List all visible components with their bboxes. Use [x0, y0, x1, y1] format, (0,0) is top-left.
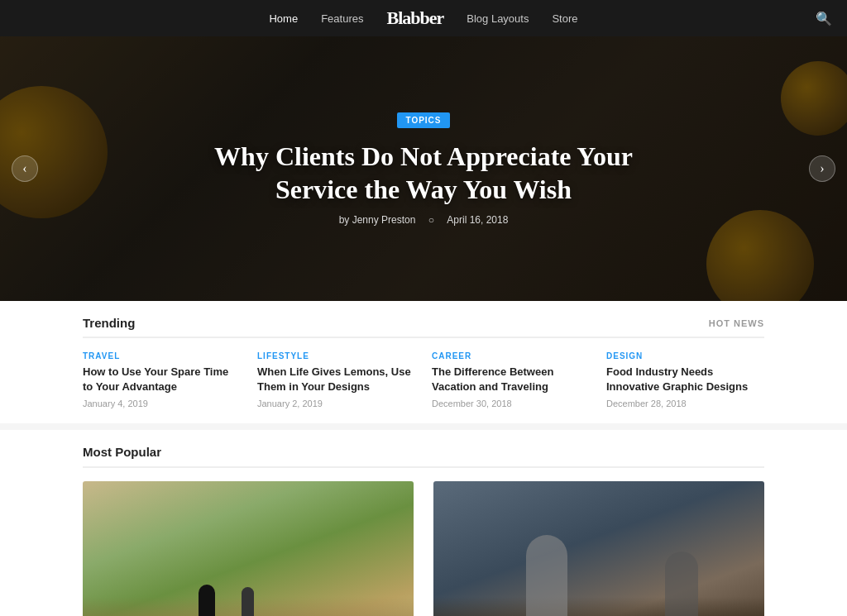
- list-item: CAREER The Difference Between Vacation a…: [432, 351, 590, 408]
- category-label: DESIGN: [606, 351, 764, 361]
- most-popular-section: Most Popular CAREER What Keeps Us Going:…: [0, 423, 847, 616]
- article-image-right[interactable]: LIFESTYLE: [433, 481, 764, 616]
- article-headline[interactable]: When Life Gives Lemons, Use Them in Your…: [257, 365, 415, 394]
- article-headline[interactable]: How to Use Your Spare Time to Your Advan…: [83, 365, 241, 394]
- article-image-left[interactable]: CAREER: [83, 481, 414, 616]
- hero-meta: by Jenny Preston ○ April 16, 2018: [334, 214, 514, 226]
- trending-grid: TRAVEL How to Use Your Spare Time to You…: [83, 351, 764, 408]
- most-popular-header: Most Popular: [83, 445, 764, 468]
- article-date: December 28, 2018: [606, 399, 764, 408]
- trending-title: Trending: [83, 316, 135, 330]
- nav-links: Home Features Blabber Blog Layouts Store: [269, 7, 577, 29]
- most-popular-grid: CAREER What Keeps Us Going: Find Your Wa…: [83, 481, 764, 616]
- hero-date: April 16, 2018: [447, 214, 508, 226]
- nav-features[interactable]: Features: [321, 12, 363, 25]
- nav-logo[interactable]: Blabber: [386, 7, 443, 29]
- category-label: LIFESTYLE: [257, 351, 415, 361]
- hot-news-label: HOT NEWS: [709, 318, 764, 328]
- list-item: CAREER What Keeps Us Going: Find Your Wa…: [83, 481, 414, 616]
- category-label: TRAVEL: [83, 351, 241, 361]
- nav-store[interactable]: Store: [552, 12, 577, 25]
- list-item: LIFESTYLE When Life Gives Lemons, Use Th…: [257, 351, 415, 408]
- hero-banner: TOPICS Why Clients Do Not Appreciate You…: [0, 36, 847, 301]
- hero-tag[interactable]: TOPICS: [397, 112, 449, 128]
- article-image-bg: [83, 481, 414, 616]
- list-item: TRAVEL How to Use Your Spare Time to You…: [83, 351, 241, 408]
- article-date: January 2, 2019: [257, 399, 415, 408]
- search-icon[interactable]: 🔍: [816, 11, 832, 26]
- article-headline[interactable]: Food Industry Needs Innovative Graphic D…: [606, 365, 764, 394]
- hero-prev-button[interactable]: ‹: [12, 155, 38, 182]
- nav-blog-layouts[interactable]: Blog Layouts: [467, 12, 529, 25]
- list-item: LIFESTYLE There Is No Way People Can Tak…: [433, 481, 764, 616]
- article-headline[interactable]: The Difference Between Vacation and Trav…: [432, 365, 590, 394]
- most-popular-title: Most Popular: [83, 445, 161, 459]
- hero-author: by Jenny Preston: [339, 214, 416, 226]
- article-date: January 4, 2019: [83, 399, 241, 408]
- hero-title[interactable]: Why Clients Do Not Appreciate Your Servi…: [184, 140, 663, 206]
- nav-home[interactable]: Home: [269, 12, 298, 25]
- article-date: December 30, 2018: [432, 399, 590, 408]
- navbar: Home Features Blabber Blog Layouts Store…: [0, 0, 847, 36]
- category-label: CAREER: [432, 351, 590, 361]
- hero-content: TOPICS Why Clients Do Not Appreciate You…: [0, 36, 847, 301]
- hero-dot: ○: [428, 214, 434, 226]
- trending-header: Trending HOT NEWS: [83, 316, 764, 338]
- hero-next-button[interactable]: ›: [809, 155, 835, 182]
- trending-section: Trending HOT NEWS TRAVEL How to Use Your…: [0, 301, 847, 423]
- article-image-bg: [433, 481, 764, 616]
- list-item: DESIGN Food Industry Needs Innovative Gr…: [606, 351, 764, 408]
